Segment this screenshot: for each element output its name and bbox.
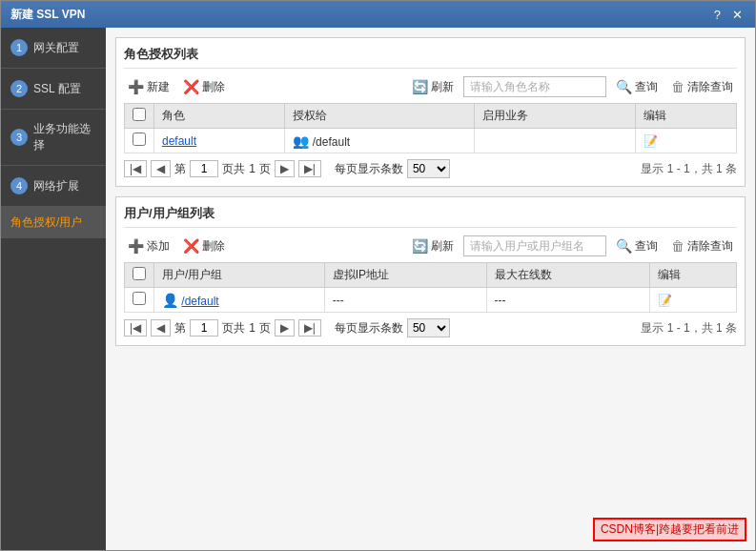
role-page-last[interactable]: ▶| xyxy=(298,160,321,177)
user-col-ip: 虚拟IP地址 xyxy=(324,263,486,288)
help-button[interactable]: ? xyxy=(711,8,724,22)
user-query-button[interactable]: 🔍 查询 xyxy=(612,236,662,256)
window-controls: ? ✕ xyxy=(711,8,746,22)
user-row-max: --- xyxy=(486,288,649,313)
user-page-first[interactable]: |◀ xyxy=(124,319,147,337)
sidebar-item-ssl[interactable]: 2 SSL 配置 xyxy=(1,69,106,110)
user-search-icon: 🔍 xyxy=(616,238,632,254)
user-edit-icon[interactable]: 📝 xyxy=(658,294,672,307)
role-col-role: 角色 xyxy=(154,104,285,129)
role-row-auth: 👥 /default xyxy=(285,129,475,153)
user-col-check xyxy=(125,263,154,288)
sidebar-label-network: 网络扩展 xyxy=(33,178,79,194)
role-col-check xyxy=(125,104,154,129)
sidebar-active-menu[interactable]: 角色授权/用户 xyxy=(1,207,106,238)
user-pagination: |◀ ◀ 第 页共 1 页 ▶ ▶| 每页显示条数 50 20 100 显示 1 xyxy=(124,318,737,337)
sidebar-label-ssl: SSL 配置 xyxy=(33,81,81,97)
user-select-all[interactable] xyxy=(133,267,146,280)
main-content: 角色授权列表 ➕ 新建 ❌ 删除 🔄 刷新 xyxy=(106,28,755,550)
user-col-user: 用户/用户组 xyxy=(154,263,325,288)
sidebar: 1 网关配置 2 SSL 配置 3 业务功能选择 4 网络扩展 角色授权/用户 xyxy=(1,28,106,550)
user-clear-button[interactable]: 🗑 清除查询 xyxy=(667,236,737,256)
role-table: 角色 授权给 启用业务 编辑 default 👥 /default xyxy=(124,103,737,153)
role-clear-button[interactable]: 🗑 清除查询 xyxy=(667,77,737,97)
user-page-next[interactable]: ▶ xyxy=(275,319,295,337)
refresh-icon: 🔄 xyxy=(412,79,428,94)
role-search-input[interactable] xyxy=(463,76,606,97)
role-new-label: 新建 xyxy=(147,79,170,95)
role-query-label: 查询 xyxy=(635,79,658,95)
user-per-page-select[interactable]: 50 20 100 xyxy=(407,318,450,337)
user-delete-button[interactable]: ❌ 删除 xyxy=(179,236,229,256)
role-page-first[interactable]: |◀ xyxy=(124,160,147,177)
user-pagination-info: 显示 1 - 1，共 1 条 xyxy=(641,320,737,337)
role-pagination: |◀ ◀ 第 页共 1 页 ▶ ▶| 每页显示条数 50 20 100 显示 1 xyxy=(124,159,737,178)
sidebar-item-gateway[interactable]: 1 网关配置 xyxy=(1,28,106,69)
role-page-label: 第 xyxy=(174,161,186,177)
role-page-prev[interactable]: ◀ xyxy=(151,160,171,177)
user-toolbar: ➕ 添加 ❌ 删除 🔄 刷新 🔍 查询 xyxy=(124,235,737,256)
user-page-label: 第 xyxy=(174,320,186,337)
role-page-input[interactable] xyxy=(190,160,218,177)
user-row-name: 👤 /default xyxy=(154,288,325,313)
user-row-checkbox[interactable] xyxy=(133,292,146,305)
close-button[interactable]: ✕ xyxy=(729,8,746,22)
user-page-input[interactable] xyxy=(190,319,218,337)
role-total-pages: 1 xyxy=(249,162,255,175)
role-query-button[interactable]: 🔍 查询 xyxy=(612,77,662,97)
user-search-input[interactable] xyxy=(463,235,606,256)
user-table: 用户/用户组 虚拟IP地址 最大在线数 编辑 👤 /default xyxy=(124,262,737,313)
sidebar-num-4: 4 xyxy=(10,177,28,194)
role-select-all[interactable] xyxy=(133,108,146,121)
user-section: 用户/用户组列表 ➕ 添加 ❌ 删除 🔄 刷新 xyxy=(115,196,746,346)
role-clear-label: 清除查询 xyxy=(687,79,733,95)
user-per-page-label: 每页显示条数 xyxy=(335,320,403,337)
user-clear-icon: 🗑 xyxy=(671,238,684,254)
role-section-title: 角色授权列表 xyxy=(124,46,737,69)
user-name-link[interactable]: /default xyxy=(181,295,218,308)
role-new-button[interactable]: ➕ 新建 xyxy=(124,77,174,97)
role-row-check xyxy=(125,129,154,153)
window-title: 新建 SSL VPN xyxy=(10,7,85,23)
user-add-button[interactable]: ➕ 添加 xyxy=(124,236,174,256)
watermark: CSDN博客|跨越要把看前进 xyxy=(593,518,746,541)
role-row-checkbox[interactable] xyxy=(133,133,146,146)
user-page-suffix: 页 xyxy=(259,320,271,337)
search-icon: 🔍 xyxy=(616,79,632,94)
sidebar-item-business[interactable]: 3 业务功能选择 xyxy=(1,110,106,166)
main-window: 新建 SSL VPN ? ✕ 1 网关配置 2 SSL 配置 3 业务功能选择 … xyxy=(0,0,756,551)
role-name-link[interactable]: default xyxy=(162,134,196,148)
user-page-prev[interactable]: ◀ xyxy=(151,319,171,337)
role-per-page-label: 每页显示条数 xyxy=(335,161,403,177)
role-page-next[interactable]: ▶ xyxy=(275,160,295,177)
role-refresh-button[interactable]: 🔄 刷新 xyxy=(408,77,458,97)
role-per-page-select[interactable]: 50 20 100 xyxy=(407,159,450,178)
sidebar-num-3: 3 xyxy=(10,129,28,146)
role-delete-button[interactable]: ❌ 删除 xyxy=(179,77,229,97)
plus-icon: ➕ xyxy=(128,79,144,94)
user-add-label: 添加 xyxy=(147,238,170,255)
role-section: 角色授权列表 ➕ 新建 ❌ 删除 🔄 刷新 xyxy=(115,37,746,187)
user-refresh-icon: 🔄 xyxy=(412,238,428,254)
role-pagination-info: 显示 1 - 1，共 1 条 xyxy=(641,161,737,177)
sidebar-active-label: 角色授权/用户 xyxy=(10,215,82,229)
user-total-label: 页共 xyxy=(222,320,245,337)
edit-icon[interactable]: 📝 xyxy=(644,134,658,148)
role-page-suffix: 页 xyxy=(259,161,271,177)
sidebar-item-network[interactable]: 4 网络扩展 xyxy=(1,166,106,207)
sidebar-label-gateway: 网关配置 xyxy=(33,40,79,56)
user-icon: 👥 xyxy=(293,133,309,149)
role-refresh-label: 刷新 xyxy=(431,79,454,95)
title-bar: 新建 SSL VPN ? ✕ xyxy=(1,1,755,28)
user-group-icon: 👤 xyxy=(162,293,178,308)
user-col-edit: 编辑 xyxy=(649,263,736,288)
content-area: 1 网关配置 2 SSL 配置 3 业务功能选择 4 网络扩展 角色授权/用户 xyxy=(1,28,755,550)
role-row-name: default xyxy=(154,129,285,153)
user-refresh-button[interactable]: 🔄 刷新 xyxy=(408,236,458,256)
role-delete-label: 删除 xyxy=(202,79,225,95)
user-query-label: 查询 xyxy=(635,238,658,255)
role-col-service: 启用业务 xyxy=(475,104,635,129)
role-total-label: 页共 xyxy=(222,161,245,177)
delete-icon: ❌ xyxy=(183,79,199,94)
user-page-last[interactable]: ▶| xyxy=(298,319,321,337)
